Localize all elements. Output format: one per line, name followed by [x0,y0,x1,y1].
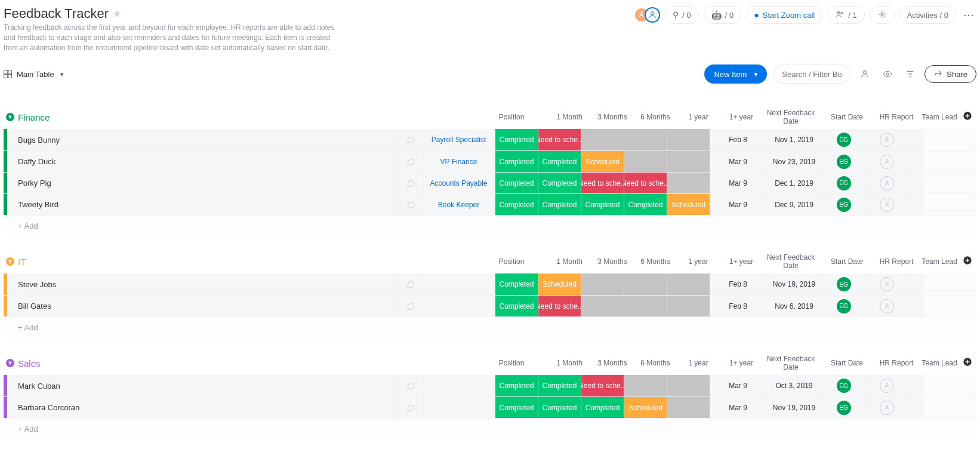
hr-report-cell[interactable]: EG [822,296,865,316]
column-header[interactable]: HR Report [875,113,918,121]
column-header[interactable]: Next Feedback Date [763,355,819,371]
group-name[interactable]: Finance [18,112,50,122]
status-cell[interactable] [624,375,667,396]
column-header[interactable]: Next Feedback Date [763,109,819,125]
table-row[interactable]: Tweety BirdBook KeeperCompletedCompleted… [4,193,976,215]
add-row-label[interactable]: + Add [7,317,976,338]
add-row[interactable]: + Add [4,215,976,236]
table-row[interactable]: Bill GatesCompletedNeed to sche...Feb 8N… [4,295,976,316]
integrations-pill[interactable] [870,6,895,24]
chat-icon[interactable] [398,273,422,295]
status-cell[interactable]: Need to sche... [581,173,624,193]
table-row[interactable]: Mark CubanCompletedCompletedNeed to sche… [4,375,976,396]
column-header[interactable]: HR Report [875,257,918,266]
team-lead-cell[interactable] [865,397,908,418]
board-description[interactable]: Tracking feedback across the first year … [4,23,338,53]
column-header[interactable]: 1+ year [720,359,763,367]
start-date-cell[interactable]: Nov 19, 2019 [766,397,822,418]
status-cell[interactable]: Completed [495,129,538,150]
chat-icon[interactable] [398,173,422,193]
status-cell[interactable] [624,296,667,316]
next-feedback-date-cell[interactable]: Mar 9 [710,173,766,193]
hr-report-cell[interactable]: EG [822,173,865,193]
status-cell[interactable]: Scheduled [538,273,581,295]
team-lead-cell[interactable] [865,151,908,172]
column-header[interactable]: Start Date [819,113,875,121]
column-header[interactable]: Next Feedback Date [763,253,819,270]
column-header[interactable]: HR Report [875,359,918,367]
next-feedback-date-cell[interactable]: Feb 8 [710,129,766,150]
group-name[interactable]: Sales [18,358,41,368]
position-cell[interactable]: Accounts Payable [422,173,495,193]
view-selector[interactable]: Main Table ▼ [4,70,65,79]
item-name[interactable]: Bill Gates [7,296,398,316]
status-cell[interactable]: Completed [538,173,581,193]
status-cell[interactable]: Completed [624,194,667,215]
start-date-cell[interactable]: Nov 23, 2019 [766,151,822,172]
status-cell[interactable]: Completed [495,273,538,295]
search-input[interactable] [773,64,850,84]
item-name[interactable]: Bugs Bunny [7,129,398,150]
table-row[interactable]: Bugs BunnyPayroll SpecialistCompletedNee… [4,129,976,150]
group-name[interactable]: IT [18,257,26,267]
column-header[interactable]: 3 Months [591,257,634,266]
add-column-icon[interactable] [961,256,974,268]
item-name[interactable]: Barbara Corcoran [7,397,398,418]
position-cell[interactable]: VP Finance [422,151,495,172]
add-column-icon[interactable] [961,357,974,369]
column-header[interactable]: 1 Month [548,257,591,266]
table-row[interactable]: Daffy DuckVP FinanceCompletedCompletedSc… [4,150,976,172]
column-header[interactable]: 6 Months [634,113,677,121]
status-cell[interactable] [581,273,624,295]
status-cell[interactable] [667,173,710,193]
next-feedback-date-cell[interactable]: Mar 9 [710,194,766,215]
column-header[interactable]: Team Lead [918,113,961,121]
team-lead-cell[interactable] [865,273,908,295]
next-feedback-date-cell[interactable]: Feb 8 [710,296,766,316]
table-row[interactable]: Steve JobsCompletedScheduledFeb 8Nov 19,… [4,273,976,295]
next-feedback-date-cell[interactable]: Feb 8 [710,273,766,295]
status-cell[interactable]: Need to sche... [581,375,624,396]
position-cell[interactable] [422,296,495,316]
table-row[interactable]: Barbara CorcoranCompletedCompletedComple… [4,396,976,418]
column-header[interactable]: Team Lead [918,359,961,367]
chat-icon[interactable] [398,375,422,396]
next-feedback-date-cell[interactable]: Mar 9 [710,151,766,172]
star-icon[interactable]: ★ [112,7,122,20]
status-cell[interactable]: Completed [581,194,624,215]
column-header[interactable]: Start Date [819,359,875,367]
status-cell[interactable] [624,151,667,172]
column-header[interactable]: 1+ year [720,257,763,266]
add-row[interactable]: + Add [4,316,976,338]
new-item-button[interactable]: New Item▼ [704,64,767,84]
table-row[interactable]: Porky PigAccounts PayableCompletedComple… [4,172,976,193]
column-header[interactable]: 1 Month [548,359,591,367]
board-title[interactable]: Feedback Tracker [4,6,109,21]
position-cell[interactable]: Payroll Specialist [422,129,495,150]
team-lead-cell[interactable] [865,194,908,215]
start-date-cell[interactable]: Nov 1, 2019 [766,129,822,150]
share-button[interactable]: Share [924,65,976,83]
status-cell[interactable]: Completed [538,194,581,215]
column-header[interactable]: 3 Months [591,359,634,367]
column-header[interactable]: 1 year [677,359,720,367]
start-date-cell[interactable]: Dec 9, 2019 [766,194,822,215]
status-cell[interactable]: Scheduled [581,151,624,172]
item-name[interactable]: Mark Cuban [7,375,398,396]
status-cell[interactable] [667,375,710,396]
status-cell[interactable]: Completed [495,194,538,215]
column-header[interactable]: 6 Months [634,257,677,266]
status-cell[interactable] [667,151,710,172]
column-header[interactable]: 1 Month [548,113,591,121]
column-header[interactable]: Position [475,359,548,367]
status-cell[interactable]: Completed [495,375,538,396]
chat-icon[interactable] [398,129,422,150]
chat-icon[interactable] [398,194,422,215]
item-name[interactable]: Porky Pig [7,173,398,193]
column-header[interactable]: 6 Months [634,359,677,367]
position-cell[interactable] [422,397,495,418]
eye-icon[interactable] [879,66,896,82]
group-collapse-toggle[interactable]: ▼ [6,113,14,121]
status-cell[interactable] [581,129,624,150]
avatar[interactable] [645,7,660,23]
